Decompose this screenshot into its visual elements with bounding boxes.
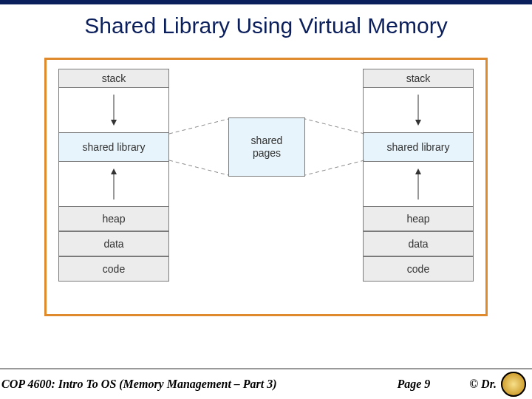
segment-data-right: data	[363, 231, 474, 256]
arrow-up-icon	[106, 166, 121, 202]
arrow-down-icon	[411, 92, 426, 129]
svg-line-10	[305, 119, 364, 134]
segment-data-left: data	[58, 231, 169, 256]
left-process-column: stack shared library heap data code	[58, 69, 169, 282]
segment-stack-right: stack	[363, 69, 474, 88]
svg-marker-3	[111, 168, 117, 174]
svg-line-8	[169, 119, 228, 134]
slide-title: Shared Library Using Virtual Memory	[0, 4, 532, 44]
segment-code-left: code	[58, 256, 169, 282]
gap-right-1	[363, 88, 474, 132]
arrow-up-icon	[411, 166, 426, 202]
svg-marker-7	[415, 168, 421, 174]
diagram-stage: stack shared library heap data code stac…	[58, 69, 474, 301]
svg-marker-5	[415, 120, 421, 126]
right-process-column: stack shared library heap data code	[363, 69, 474, 282]
gap-right-2	[363, 162, 474, 206]
diagram-frame: stack shared library heap data code stac…	[44, 58, 488, 316]
segment-shared-library-right: shared library	[363, 132, 474, 162]
segment-shared-library-left: shared library	[58, 132, 169, 162]
svg-line-11	[305, 160, 364, 175]
segment-code-right: code	[363, 256, 474, 282]
svg-line-9	[169, 160, 228, 175]
svg-marker-1	[111, 120, 117, 126]
segment-stack-left: stack	[58, 69, 169, 88]
ucf-logo-icon	[501, 372, 526, 397]
gap-left-1	[58, 88, 169, 132]
segment-heap-right: heap	[363, 206, 474, 231]
gap-left-2	[58, 162, 169, 206]
slide-footer: COP 4600: Intro To OS (Memory Management…	[0, 368, 532, 399]
footer-course: COP 4600: Intro To OS (Memory Management…	[1, 378, 277, 391]
shared-pages-box: shared pages	[228, 117, 305, 177]
segment-heap-left: heap	[58, 206, 169, 231]
shared-pages-label: shared pages	[251, 134, 283, 160]
arrow-down-icon	[106, 92, 121, 129]
footer-copyright: © Dr.	[469, 378, 497, 391]
footer-page: Page 9	[277, 378, 470, 391]
